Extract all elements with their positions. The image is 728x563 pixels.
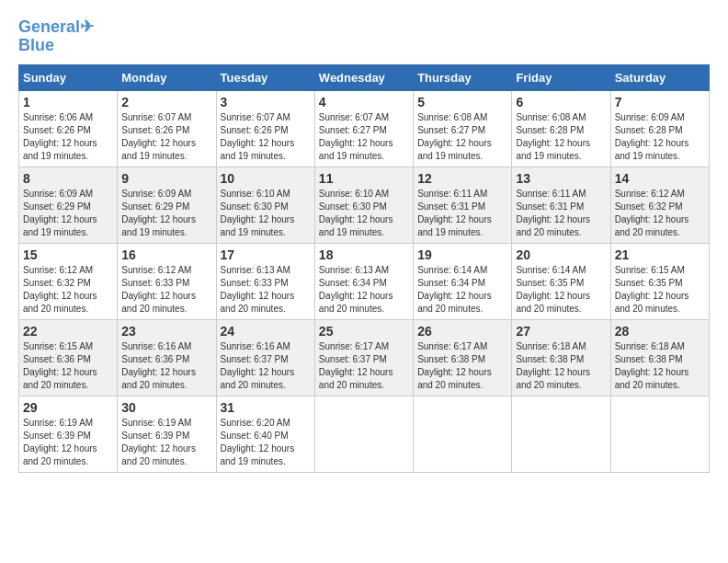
day-info: Sunrise: 6:12 AM Sunset: 6:33 PM Dayligh… bbox=[121, 264, 211, 316]
day-number: 17 bbox=[221, 247, 311, 262]
day-info: Sunrise: 6:17 AM Sunset: 6:38 PM Dayligh… bbox=[417, 340, 507, 392]
logo: General✈ Blue bbox=[18, 18, 94, 55]
page-header: General✈ Blue bbox=[18, 18, 710, 55]
calendar-cell bbox=[414, 396, 512, 472]
logo-subtext: Blue bbox=[18, 37, 94, 55]
day-number: 6 bbox=[516, 95, 606, 109]
calendar-cell: 23 Sunrise: 6:16 AM Sunset: 6:36 PM Dayl… bbox=[118, 319, 216, 396]
day-header-monday: Monday bbox=[118, 64, 216, 90]
day-info: Sunrise: 6:12 AM Sunset: 6:32 PM Dayligh… bbox=[23, 264, 113, 316]
day-info: Sunrise: 6:08 AM Sunset: 6:27 PM Dayligh… bbox=[417, 111, 507, 163]
day-number: 3 bbox=[221, 95, 311, 109]
calendar-cell: 22 Sunrise: 6:15 AM Sunset: 6:36 PM Dayl… bbox=[19, 319, 118, 396]
calendar-cell: 9 Sunrise: 6:09 AM Sunset: 6:29 PM Dayli… bbox=[118, 167, 216, 243]
calendar-week-4: 22 Sunrise: 6:15 AM Sunset: 6:36 PM Dayl… bbox=[19, 319, 710, 396]
calendar-cell: 1 Sunrise: 6:06 AM Sunset: 6:26 PM Dayli… bbox=[19, 90, 118, 167]
day-info: Sunrise: 6:10 AM Sunset: 6:30 PM Dayligh… bbox=[319, 188, 409, 239]
day-info: Sunrise: 6:09 AM Sunset: 6:29 PM Dayligh… bbox=[121, 188, 211, 239]
calendar-cell: 3 Sunrise: 6:07 AM Sunset: 6:26 PM Dayli… bbox=[216, 90, 314, 167]
day-number: 26 bbox=[417, 324, 507, 339]
day-number: 29 bbox=[23, 400, 113, 415]
day-info: Sunrise: 6:15 AM Sunset: 6:36 PM Dayligh… bbox=[23, 340, 113, 392]
day-info: Sunrise: 6:18 AM Sunset: 6:38 PM Dayligh… bbox=[516, 340, 606, 392]
day-info: Sunrise: 6:16 AM Sunset: 6:37 PM Dayligh… bbox=[221, 340, 311, 392]
day-header-sunday: Sunday bbox=[19, 64, 118, 90]
day-number: 1 bbox=[23, 95, 113, 109]
day-info: Sunrise: 6:06 AM Sunset: 6:26 PM Dayligh… bbox=[23, 111, 113, 163]
day-number: 16 bbox=[121, 247, 211, 262]
day-info: Sunrise: 6:19 AM Sunset: 6:39 PM Dayligh… bbox=[121, 417, 211, 468]
day-info: Sunrise: 6:07 AM Sunset: 6:26 PM Dayligh… bbox=[121, 111, 211, 163]
calendar-cell: 14 Sunrise: 6:12 AM Sunset: 6:32 PM Dayl… bbox=[610, 167, 709, 243]
calendar-cell: 16 Sunrise: 6:12 AM Sunset: 6:33 PM Dayl… bbox=[118, 243, 216, 319]
day-number: 30 bbox=[121, 400, 211, 415]
calendar-cell: 10 Sunrise: 6:10 AM Sunset: 6:30 PM Dayl… bbox=[216, 167, 314, 243]
day-header-tuesday: Tuesday bbox=[216, 64, 314, 90]
day-info: Sunrise: 6:15 AM Sunset: 6:35 PM Dayligh… bbox=[615, 264, 705, 316]
day-info: Sunrise: 6:11 AM Sunset: 6:31 PM Dayligh… bbox=[417, 188, 507, 239]
calendar-cell: 2 Sunrise: 6:07 AM Sunset: 6:26 PM Dayli… bbox=[118, 90, 216, 167]
day-info: Sunrise: 6:13 AM Sunset: 6:33 PM Dayligh… bbox=[221, 264, 311, 316]
day-info: Sunrise: 6:18 AM Sunset: 6:38 PM Dayligh… bbox=[615, 340, 705, 392]
calendar-cell: 25 Sunrise: 6:17 AM Sunset: 6:37 PM Dayl… bbox=[314, 319, 413, 396]
calendar-cell: 17 Sunrise: 6:13 AM Sunset: 6:33 PM Dayl… bbox=[216, 243, 314, 319]
calendar-cell: 7 Sunrise: 6:09 AM Sunset: 6:28 PM Dayli… bbox=[610, 90, 709, 167]
calendar-cell: 30 Sunrise: 6:19 AM Sunset: 6:39 PM Dayl… bbox=[118, 396, 216, 472]
day-info: Sunrise: 6:14 AM Sunset: 6:34 PM Dayligh… bbox=[417, 264, 507, 316]
calendar-cell: 13 Sunrise: 6:11 AM Sunset: 6:31 PM Dayl… bbox=[512, 167, 610, 243]
calendar-cell: 19 Sunrise: 6:14 AM Sunset: 6:34 PM Dayl… bbox=[414, 243, 512, 319]
calendar-cell: 6 Sunrise: 6:08 AM Sunset: 6:28 PM Dayli… bbox=[512, 90, 610, 167]
calendar-week-3: 15 Sunrise: 6:12 AM Sunset: 6:32 PM Dayl… bbox=[19, 243, 710, 319]
day-info: Sunrise: 6:11 AM Sunset: 6:31 PM Dayligh… bbox=[516, 188, 606, 239]
calendar-header-row: SundayMondayTuesdayWednesdayThursdayFrid… bbox=[19, 64, 710, 90]
day-number: 10 bbox=[221, 171, 311, 186]
calendar-cell: 20 Sunrise: 6:14 AM Sunset: 6:35 PM Dayl… bbox=[512, 243, 610, 319]
day-info: Sunrise: 6:12 AM Sunset: 6:32 PM Dayligh… bbox=[615, 188, 705, 239]
calendar-cell: 15 Sunrise: 6:12 AM Sunset: 6:32 PM Dayl… bbox=[19, 243, 118, 319]
calendar-cell: 27 Sunrise: 6:18 AM Sunset: 6:38 PM Dayl… bbox=[512, 319, 610, 396]
day-number: 24 bbox=[221, 324, 311, 339]
calendar-cell: 31 Sunrise: 6:20 AM Sunset: 6:40 PM Dayl… bbox=[216, 396, 314, 472]
calendar-week-2: 8 Sunrise: 6:09 AM Sunset: 6:29 PM Dayli… bbox=[19, 167, 710, 243]
calendar: SundayMondayTuesdayWednesdayThursdayFrid… bbox=[18, 64, 710, 473]
day-info: Sunrise: 6:20 AM Sunset: 6:40 PM Dayligh… bbox=[221, 417, 311, 468]
day-info: Sunrise: 6:09 AM Sunset: 6:28 PM Dayligh… bbox=[615, 111, 705, 163]
calendar-cell: 29 Sunrise: 6:19 AM Sunset: 6:39 PM Dayl… bbox=[19, 396, 118, 472]
day-number: 21 bbox=[615, 247, 705, 262]
calendar-cell: 4 Sunrise: 6:07 AM Sunset: 6:27 PM Dayli… bbox=[314, 90, 413, 167]
calendar-cell: 8 Sunrise: 6:09 AM Sunset: 6:29 PM Dayli… bbox=[19, 167, 118, 243]
day-number: 11 bbox=[319, 171, 409, 186]
day-number: 31 bbox=[221, 400, 311, 415]
day-number: 15 bbox=[23, 247, 113, 262]
day-header-saturday: Saturday bbox=[610, 64, 709, 90]
calendar-week-5: 29 Sunrise: 6:19 AM Sunset: 6:39 PM Dayl… bbox=[19, 396, 710, 472]
day-info: Sunrise: 6:07 AM Sunset: 6:26 PM Dayligh… bbox=[221, 111, 311, 163]
day-number: 4 bbox=[319, 95, 409, 109]
day-number: 27 bbox=[516, 324, 606, 339]
day-info: Sunrise: 6:16 AM Sunset: 6:36 PM Dayligh… bbox=[121, 340, 211, 392]
day-info: Sunrise: 6:09 AM Sunset: 6:29 PM Dayligh… bbox=[23, 188, 113, 239]
day-number: 7 bbox=[615, 95, 705, 109]
calendar-cell: 12 Sunrise: 6:11 AM Sunset: 6:31 PM Dayl… bbox=[414, 167, 512, 243]
day-number: 18 bbox=[319, 247, 409, 262]
day-info: Sunrise: 6:08 AM Sunset: 6:28 PM Dayligh… bbox=[516, 111, 606, 163]
calendar-cell: 18 Sunrise: 6:13 AM Sunset: 6:34 PM Dayl… bbox=[314, 243, 413, 319]
calendar-cell: 11 Sunrise: 6:10 AM Sunset: 6:30 PM Dayl… bbox=[314, 167, 413, 243]
calendar-cell bbox=[314, 396, 413, 472]
day-number: 19 bbox=[417, 247, 507, 262]
calendar-cell: 21 Sunrise: 6:15 AM Sunset: 6:35 PM Dayl… bbox=[610, 243, 709, 319]
day-number: 20 bbox=[516, 247, 606, 262]
day-number: 22 bbox=[23, 324, 113, 339]
day-info: Sunrise: 6:07 AM Sunset: 6:27 PM Dayligh… bbox=[319, 111, 409, 163]
day-number: 2 bbox=[121, 95, 211, 109]
calendar-cell: 5 Sunrise: 6:08 AM Sunset: 6:27 PM Dayli… bbox=[414, 90, 512, 167]
day-number: 23 bbox=[121, 324, 211, 339]
day-number: 25 bbox=[319, 324, 409, 339]
calendar-cell bbox=[610, 396, 709, 472]
day-number: 5 bbox=[417, 95, 507, 109]
calendar-cell: 26 Sunrise: 6:17 AM Sunset: 6:38 PM Dayl… bbox=[414, 319, 512, 396]
day-number: 8 bbox=[23, 171, 113, 186]
day-number: 9 bbox=[121, 171, 211, 186]
day-number: 14 bbox=[615, 171, 705, 186]
calendar-week-1: 1 Sunrise: 6:06 AM Sunset: 6:26 PM Dayli… bbox=[19, 90, 710, 167]
